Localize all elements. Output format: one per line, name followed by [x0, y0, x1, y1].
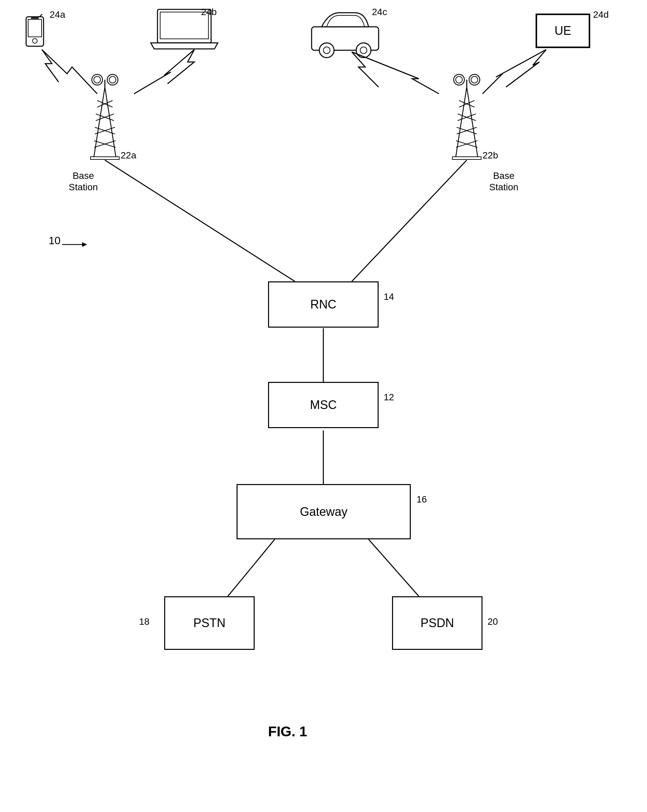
svg-line-21: [96, 114, 114, 121]
pstn-box: PSTN: [164, 596, 255, 650]
base-station-left-label: BaseStation: [69, 170, 98, 192]
ref-16: 16: [417, 494, 427, 505]
svg-line-34: [459, 101, 475, 107]
svg-line-43: [105, 160, 295, 281]
svg-point-15: [107, 74, 118, 85]
svg-point-10: [324, 47, 330, 53]
svg-rect-0: [26, 17, 44, 46]
ref-22a: 22a: [121, 150, 136, 161]
ref-20: 20: [488, 617, 498, 627]
svg-line-41: [456, 141, 478, 147]
ref-24c: 24c: [372, 7, 387, 17]
svg-rect-8: [311, 27, 378, 50]
rnc-label: RNC: [310, 298, 336, 311]
svg-point-14: [94, 76, 101, 83]
ue-d-box: UE: [536, 14, 590, 47]
svg-point-12: [360, 47, 367, 53]
svg-marker-50: [82, 242, 87, 247]
ref-24a: 24a: [50, 9, 65, 20]
svg-line-24: [95, 127, 115, 134]
svg-line-22: [96, 114, 114, 121]
svg-marker-18: [94, 87, 116, 157]
msc-label: MSC: [310, 398, 337, 412]
svg-line-26: [94, 141, 116, 147]
pstn-label: PSTN: [193, 616, 226, 630]
svg-point-13: [92, 74, 102, 85]
svg-line-48: [369, 539, 419, 596]
ref-14: 14: [384, 292, 394, 302]
svg-point-31: [471, 76, 478, 83]
diagram: RNC MSC Gateway PSTN PSDN UE 24a 24b 24c…: [0, 0, 647, 812]
msc-box: MSC: [268, 382, 378, 428]
svg-point-29: [456, 76, 462, 83]
svg-line-35: [459, 101, 475, 107]
gateway-box: Gateway: [237, 484, 411, 539]
svg-point-9: [319, 43, 334, 58]
svg-rect-3: [31, 17, 39, 19]
rnc-box: RNC: [268, 281, 378, 328]
ref-24b: 24b: [201, 7, 217, 17]
svg-line-25: [94, 141, 116, 147]
svg-line-37: [458, 114, 476, 121]
svg-line-20: [97, 101, 113, 107]
psdn-label: PSDN: [421, 616, 454, 630]
ref-18: 18: [139, 617, 150, 627]
svg-marker-33: [456, 87, 478, 157]
svg-line-39: [457, 127, 477, 134]
svg-line-4: [40, 14, 42, 17]
ref-10: 10: [49, 235, 61, 247]
svg-rect-1: [28, 20, 41, 37]
figure-label: FIG. 1: [268, 723, 307, 740]
ref-22b: 22b: [482, 150, 498, 161]
svg-line-47: [228, 539, 275, 596]
svg-point-28: [454, 74, 464, 85]
svg-line-44: [352, 160, 467, 281]
svg-line-36: [458, 114, 476, 121]
svg-line-40: [456, 141, 478, 147]
svg-line-19: [97, 101, 113, 107]
svg-rect-42: [452, 157, 481, 159]
svg-point-2: [32, 38, 37, 43]
svg-point-30: [469, 74, 480, 85]
svg-rect-27: [90, 157, 119, 159]
svg-line-23: [95, 127, 115, 134]
svg-point-11: [356, 43, 371, 58]
svg-line-38: [457, 127, 477, 134]
gateway-label: Gateway: [300, 505, 348, 519]
ref-12: 12: [384, 392, 394, 403]
ref-24d: 24d: [593, 9, 609, 20]
base-station-right-label: BaseStation: [489, 170, 518, 192]
psdn-box: PSDN: [392, 596, 482, 650]
svg-point-16: [109, 76, 116, 83]
ue-d-label: UE: [554, 24, 571, 38]
